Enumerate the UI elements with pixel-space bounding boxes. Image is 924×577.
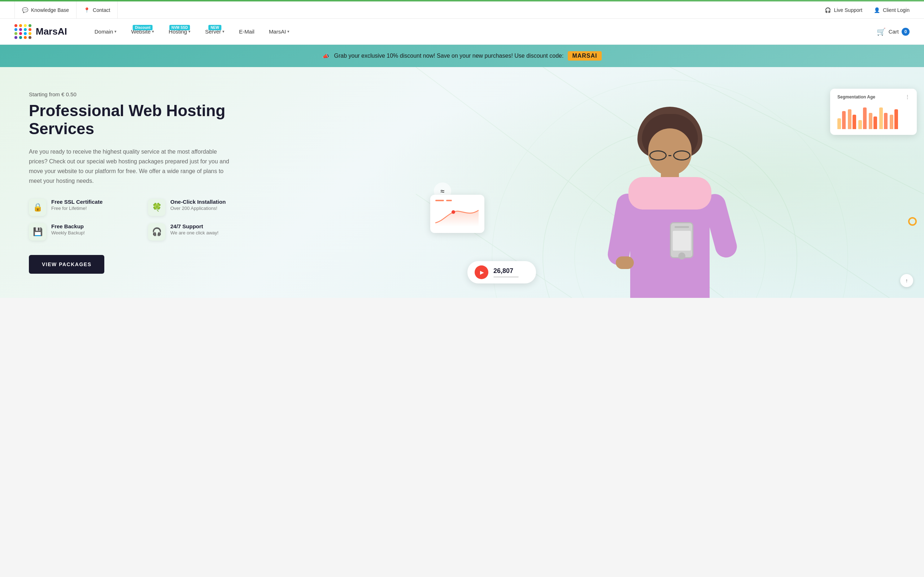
logo-dot-15 [29, 36, 31, 39]
feature-subtitle-oneclick: Over 200 Applications! [170, 206, 226, 211]
logo-dot-6 [24, 28, 27, 31]
location-icon: 📍 [84, 7, 90, 13]
bar-2-0 [858, 120, 862, 129]
person-phone [670, 222, 693, 258]
promo-icon: 📣 [322, 53, 330, 60]
top-bar-right: 🎧 Live Support 👤 Client Login [825, 7, 909, 13]
feature-item-oneclick: 🍀 One-Click Installation Over 200 Applic… [148, 199, 260, 216]
logo-dot-2 [24, 24, 27, 27]
analytics-card [430, 195, 485, 233]
hero-description: Are you ready to receive the highest qua… [29, 147, 231, 186]
logo-dot-0 [15, 24, 17, 27]
play-count: 26,807 [493, 267, 519, 275]
feature-title-ssl: Free SSL Certificate [51, 199, 102, 205]
hero-title: Professional Web Hosting Services [29, 102, 260, 138]
person-scarf [628, 177, 711, 210]
chevron-down-icon-domain: ▾ [115, 29, 116, 34]
logo-dot-10 [24, 32, 27, 35]
cart-button[interactable]: 🛒 Cart 0 [877, 27, 909, 36]
nav-item-email[interactable]: E-Mail [233, 26, 260, 37]
live-support-link[interactable]: 🎧 Live Support [825, 7, 862, 13]
feature-icon-backup: 💾 [29, 223, 46, 240]
feature-title-support: 24/7 Support [170, 223, 218, 229]
promo-banner: 📣 Grab your exclusive 10% discount now! … [0, 45, 924, 67]
bar-1-1 [853, 115, 856, 129]
nav-badge-hosting: NVM SSD [169, 25, 190, 30]
feature-icon-ssl: 🔒 [29, 199, 46, 216]
feature-icon-oneclick: 🍀 [148, 199, 165, 216]
knowledge-base-link[interactable]: 💬 Knowledge Base [15, 2, 76, 19]
headset-icon: 🎧 [825, 7, 831, 13]
hero-features: 🔒 Free SSL Certificate Free for Lifetime… [29, 199, 260, 240]
logo-dots [15, 24, 32, 39]
bar-4-1 [884, 113, 888, 129]
bar-1-0 [848, 109, 851, 129]
knowledge-base-label: Knowledge Base [31, 7, 69, 13]
bar-0-0 [837, 118, 841, 129]
logo-dot-12 [15, 36, 17, 39]
bar-3-1 [874, 116, 877, 129]
nav-item-server[interactable]: NEWServer▾ [199, 26, 230, 37]
logo-dot-1 [19, 24, 22, 27]
chart-card-title: Segmentation Age ⋮ [837, 95, 909, 100]
nav-label-domain: Domain [95, 29, 113, 35]
logo-dot-3 [29, 24, 31, 27]
logo-text: MarsAI [36, 26, 67, 37]
chevron-down-icon-marsai: ▾ [287, 29, 289, 34]
feature-item-support: 🎧 24/7 Support We are one click away! [148, 223, 260, 240]
nav-item-website[interactable]: DiscountWebsite▾ [125, 26, 160, 37]
analytics-card-content [435, 200, 479, 228]
bar-3-0 [869, 113, 872, 129]
feature-item-ssl: 🔒 Free SSL Certificate Free for Lifetime… [29, 199, 141, 216]
yellow-circle-decoration [908, 217, 917, 226]
chart-menu-icon[interactable]: ⋮ [905, 95, 909, 100]
nav-items: Domain▾DiscountWebsite▾NVM SSDHosting▾NE… [89, 26, 877, 37]
logo-dot-14 [24, 36, 27, 39]
chart-card: Segmentation Age ⋮ [830, 89, 917, 135]
nav-item-domain[interactable]: Domain▾ [89, 26, 123, 37]
cart-label: Cart [888, 29, 899, 35]
client-login-label: Client Login [883, 7, 909, 13]
feature-subtitle-ssl: Free for Lifetime! [51, 206, 102, 211]
logo[interactable]: MarsAI [15, 24, 67, 39]
hero-starting-price: Starting from € 0.50 [29, 91, 260, 97]
live-support-label: Live Support [834, 7, 862, 13]
nav-badge-server: NEW [208, 25, 221, 30]
promo-code: MARSAI [568, 51, 601, 61]
feature-icon-support: 🎧 [148, 223, 165, 240]
hero-section: Starting from € 0.50 Professional Web Ho… [0, 67, 924, 298]
bar-group-4 [879, 108, 888, 129]
bar-group-3 [869, 113, 877, 129]
play-card: ▶ 26,807 [467, 261, 536, 284]
feature-item-backup: 💾 Free Backup Weekly Backup! [29, 223, 141, 240]
logo-dot-4 [15, 28, 17, 31]
bar-4-0 [879, 108, 883, 129]
play-triangle-icon: ▶ [480, 269, 484, 275]
logo-dot-9 [19, 32, 22, 35]
feature-title-oneclick: One-Click Installation [170, 199, 226, 205]
bar-group-5 [890, 109, 898, 129]
contact-label: Contact [93, 7, 110, 13]
nav-item-marsai[interactable]: MarsAI▾ [263, 26, 296, 37]
nav-label-email: E-Mail [239, 29, 254, 35]
svg-point-8 [452, 210, 455, 214]
chat-icon: 💬 [22, 7, 28, 13]
hero-image-area: ≈ [416, 67, 924, 298]
nav-label-marsai: MarsAI [269, 29, 286, 35]
view-packages-button[interactable]: VIEW PACKAGES [29, 255, 104, 274]
contact-link[interactable]: 📍 Contact [76, 2, 118, 19]
hero-content: Starting from € 0.50 Professional Web Ho… [29, 91, 260, 274]
nav-badge-website: Discount [133, 25, 153, 30]
client-login-link[interactable]: 👤 Client Login [874, 7, 909, 13]
top-bar-left: 💬 Knowledge Base 📍 Contact [15, 2, 118, 19]
promo-text: Grab your exclusive 10% discount now! Sa… [334, 53, 564, 59]
play-button[interactable]: ▶ [475, 266, 488, 279]
cart-count: 0 [901, 28, 909, 36]
chart-bars [837, 104, 909, 129]
logo-dot-13 [19, 36, 22, 39]
user-icon: 👤 [874, 7, 880, 13]
cart-icon: 🛒 [877, 27, 886, 36]
nav-item-hosting[interactable]: NVM SSDHosting▾ [163, 26, 196, 37]
play-info: 26,807 [493, 267, 519, 278]
feature-text-support: 24/7 Support We are one click away! [170, 223, 218, 235]
